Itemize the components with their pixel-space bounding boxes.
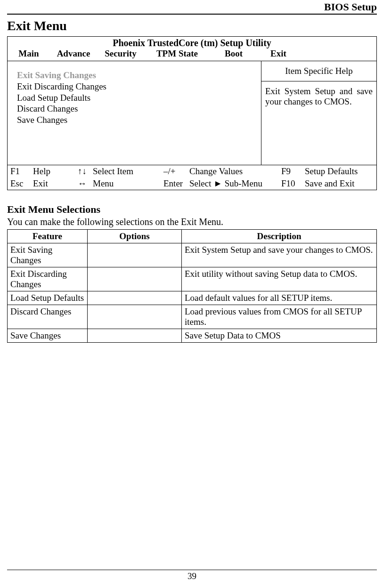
page-title: Exit Menu: [7, 18, 377, 33]
cell-feature: Exit Discarding Changes: [8, 267, 88, 291]
cell-options: [88, 329, 182, 343]
legend-label-select-item: Select Item: [93, 166, 163, 177]
table-row: Exit Saving Changes Exit System Setup an…: [8, 243, 377, 267]
tab-exit[interactable]: Exit: [257, 48, 300, 59]
legend-label-menu: Menu: [93, 178, 163, 189]
cell-description: Exit System Setup and save your changes …: [182, 243, 377, 267]
th-feature: Feature: [8, 230, 88, 243]
legend-key-f9: F9: [281, 166, 305, 177]
legend-label-save-exit: Save and Exit: [305, 178, 374, 189]
menu-item-exit-discarding-changes[interactable]: Exit Discarding Changes: [17, 81, 256, 92]
legend-key-updown: ↑↓: [78, 166, 93, 177]
help-panel-body: Exit System Setup and save your changes …: [261, 81, 376, 165]
legend-key-leftright: ↔: [78, 178, 93, 189]
menu-item-exit-saving-changes[interactable]: Exit Saving Changes: [17, 70, 256, 81]
bios-menu-list: Exit Saving Changes Exit Discarding Chan…: [8, 61, 261, 165]
tab-boot[interactable]: Boot: [210, 48, 257, 59]
page-number: 39: [7, 570, 377, 581]
legend-row-1: F1 Help ↑↓ Select Item –/+ Change Values…: [8, 165, 376, 177]
table-row: Save Changes Save Setup Data to CMOS: [8, 329, 377, 343]
menu-item-discard-changes[interactable]: Discard Changes: [17, 103, 256, 114]
legend-key-plusminus: –/+: [163, 166, 189, 177]
legend-label-submenu: Select ► Sub-Menu: [189, 178, 281, 189]
bios-setup-box: Phoenix TrustedCore (tm) Setup Utility M…: [7, 36, 377, 190]
bios-tab-bar: Main Advance Security TPM State Boot Exi…: [8, 48, 376, 61]
cell-description: Load default values for all SETUP items.: [182, 291, 377, 305]
tab-advance[interactable]: Advance: [50, 48, 97, 59]
legend-label-setup-defaults: Setup Defaults: [305, 166, 374, 177]
legend-row-2: Esc Exit ↔ Menu Enter Select ► Sub-Menu …: [8, 177, 376, 190]
tab-security[interactable]: Security: [97, 48, 144, 59]
legend-label-change-values: Change Values: [189, 166, 281, 177]
cell-feature: Discard Changes: [8, 305, 88, 329]
menu-item-save-changes[interactable]: Save Changes: [17, 114, 256, 126]
bios-key-legend: F1 Help ↑↓ Select Item –/+ Change Values…: [8, 165, 376, 190]
selections-lead: You can make the following selections on…: [7, 217, 377, 227]
bios-body: Exit Saving Changes Exit Discarding Chan…: [8, 61, 376, 165]
legend-key-f1: F1: [10, 166, 33, 177]
table-row: Load Setup Defaults Load default values …: [8, 291, 377, 305]
tab-main[interactable]: Main: [8, 48, 50, 59]
table-row: Exit Discarding Changes Exit utility wit…: [8, 267, 377, 291]
th-options: Options: [88, 230, 182, 243]
legend-label-help: Help: [33, 166, 78, 177]
help-panel-title: Item Specific Help: [261, 61, 376, 81]
cell-feature: Load Setup Defaults: [8, 291, 88, 305]
cell-options: [88, 305, 182, 329]
bios-help-panel: Item Specific Help Exit System Setup and…: [261, 61, 376, 165]
legend-key-esc: Esc: [10, 178, 33, 189]
table-row: Discard Changes Load previous values fro…: [8, 305, 377, 329]
legend-key-f10: F10: [281, 178, 305, 189]
cell-feature: Exit Saving Changes: [8, 243, 88, 267]
cell-feature: Save Changes: [8, 329, 88, 343]
cell-options: [88, 291, 182, 305]
selections-heading: Exit Menu Selections: [7, 203, 377, 216]
bios-utility-title: Phoenix TrustedCore (tm) Setup Utility: [8, 37, 376, 48]
cell-description: Load previous values from CMOS for all S…: [182, 305, 377, 329]
table-header-row: Feature Options Description: [8, 230, 377, 243]
running-header: BIOS Setup: [7, 0, 377, 15]
cell-description: Exit utility without saving Setup data t…: [182, 267, 377, 291]
tab-tpm-state[interactable]: TPM State: [144, 48, 210, 59]
selections-table: Feature Options Description Exit Saving …: [7, 229, 377, 343]
cell-options: [88, 267, 182, 291]
cell-description: Save Setup Data to CMOS: [182, 329, 377, 343]
page: BIOS Setup Exit Menu Phoenix TrustedCore…: [0, 0, 391, 588]
legend-label-exit: Exit: [33, 178, 78, 189]
th-description: Description: [182, 230, 377, 243]
legend-key-enter: Enter: [163, 178, 189, 189]
cell-options: [88, 243, 182, 267]
menu-item-load-setup-defaults[interactable]: Load Setup Defaults: [17, 92, 256, 104]
